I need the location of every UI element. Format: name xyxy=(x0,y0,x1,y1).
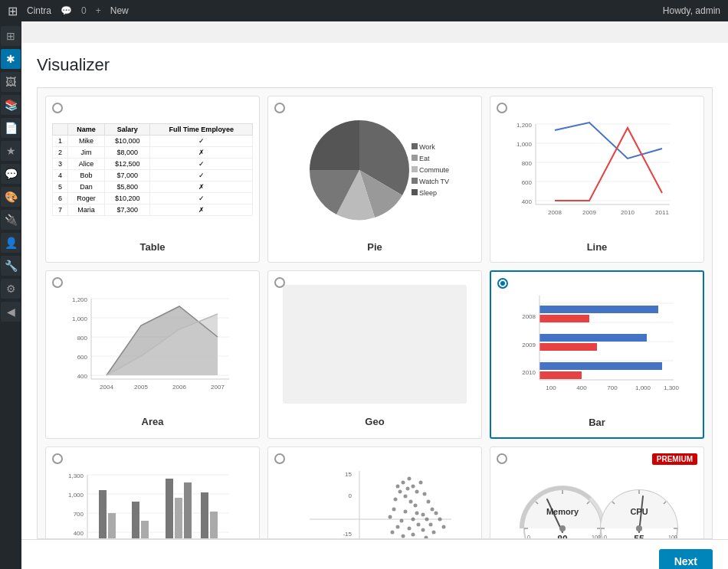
svg-point-111 xyxy=(398,489,402,493)
chart-preview-scatter: 15 0 -15 -30 -10 0 5 xyxy=(274,453,475,539)
radio-bar[interactable] xyxy=(497,278,508,289)
chart-grid-container[interactable]: Name Salary Full Time Employee 1Mike$10,… xyxy=(37,87,713,539)
svg-point-109 xyxy=(402,480,405,484)
sidebar-item-library[interactable]: 📚 xyxy=(1,95,21,115)
table-row: 5Dan$5,800✗ xyxy=(53,181,253,193)
next-button[interactable]: Next xyxy=(659,549,713,569)
chart-preview-line: 1,200 1,000 800 600 400 2008 2009 2010 2… xyxy=(497,103,697,237)
svg-point-115 xyxy=(404,494,408,498)
svg-rect-88 xyxy=(99,490,107,540)
new-link[interactable]: New xyxy=(110,5,129,16)
radio-table[interactable] xyxy=(52,103,63,113)
radio-geo[interactable] xyxy=(274,277,285,288)
chart-card-scatter[interactable]: 15 0 -15 -30 -10 0 5 xyxy=(267,446,482,539)
svg-point-145 xyxy=(432,530,436,534)
chart-card-column[interactable]: 1,300 1,000 700 400 100 2048 2049 2050 2… xyxy=(45,446,260,539)
radio-gauge[interactable] xyxy=(497,453,507,464)
site-name[interactable]: Cintra xyxy=(27,5,51,16)
svg-text:600: 600 xyxy=(522,179,533,186)
sidebar-item-pages[interactable]: 📄 xyxy=(1,118,21,138)
svg-text:55: 55 xyxy=(634,534,644,540)
chart-card-geo[interactable]: Geo xyxy=(267,270,482,439)
svg-text:2008: 2008 xyxy=(522,313,536,320)
svg-point-114 xyxy=(415,489,419,493)
chart-card-pie[interactable]: Work Eat Commute Watch TV Sleep Pie xyxy=(267,96,482,263)
chart-label-pie: Pie xyxy=(274,241,475,256)
chart-card-line[interactable]: 1,200 1,000 800 600 400 2008 2009 2010 2… xyxy=(490,96,704,263)
svg-text:Work: Work xyxy=(419,143,435,151)
svg-text:1,000: 1,000 xyxy=(72,316,88,322)
sidebar-item-users[interactable]: 👤 xyxy=(1,233,21,253)
svg-text:1,200: 1,200 xyxy=(72,296,88,303)
svg-rect-8 xyxy=(412,189,418,195)
radio-line[interactable] xyxy=(497,103,507,113)
svg-rect-2 xyxy=(412,155,418,161)
svg-rect-96 xyxy=(210,512,218,540)
chart-preview-bar: 100 400 700 1,000 1,300 2008 2009 2010 xyxy=(497,278,697,412)
svg-point-170 xyxy=(636,525,642,531)
svg-point-133 xyxy=(425,517,429,521)
svg-text:15: 15 xyxy=(345,471,352,478)
svg-point-134 xyxy=(435,511,438,515)
sidebar-item-dashboard[interactable]: ⊞ xyxy=(1,26,21,46)
wp-logo-icon: ⊞ xyxy=(8,4,18,18)
table-row: 1Mike$10,000✓ xyxy=(53,136,253,147)
chart-preview-gauge: Memory 80 0 100 xyxy=(497,453,697,539)
svg-rect-6 xyxy=(412,178,418,184)
col-name: Name xyxy=(68,124,105,136)
svg-text:400: 400 xyxy=(576,384,587,391)
sidebar-item-media[interactable]: 🖼 xyxy=(1,72,21,92)
sidebar-item-plugins[interactable]: 🔌 xyxy=(1,210,21,230)
svg-rect-0 xyxy=(412,143,418,149)
comment-icon: 💬 xyxy=(61,5,72,16)
premium-badge: PREMIUM xyxy=(652,453,697,465)
comment-count: 0 xyxy=(81,5,87,16)
svg-text:80: 80 xyxy=(557,534,568,540)
sidebar-item-collapse[interactable]: ◀ xyxy=(1,302,21,322)
svg-rect-89 xyxy=(108,513,116,540)
svg-point-146 xyxy=(442,525,446,528)
svg-point-136 xyxy=(402,534,405,538)
svg-text:Watch TV: Watch TV xyxy=(419,178,449,185)
radio-scatter[interactable] xyxy=(274,453,285,464)
svg-rect-92 xyxy=(166,479,173,540)
sidebar-item-comments[interactable]: 💬 xyxy=(1,164,21,184)
svg-point-108 xyxy=(396,484,400,488)
svg-rect-68 xyxy=(539,315,589,322)
svg-point-130 xyxy=(396,525,400,528)
svg-text:1,000: 1,000 xyxy=(516,141,533,148)
svg-rect-71 xyxy=(539,362,662,370)
svg-point-158 xyxy=(559,525,566,531)
radio-pie[interactable] xyxy=(274,103,285,113)
svg-text:1,200: 1,200 xyxy=(516,122,533,129)
svg-point-122 xyxy=(404,509,408,513)
svg-text:2004: 2004 xyxy=(100,384,113,391)
sidebar-item-settings[interactable]: ⚙ xyxy=(1,279,21,299)
chart-label-geo: Geo xyxy=(274,416,475,430)
sidebar-item-posts[interactable]: ✱ xyxy=(1,49,21,69)
chart-card-gauge[interactable]: PREMIUM xyxy=(490,446,704,539)
chart-preview-column: 1,300 1,000 700 400 100 2048 2049 2050 2… xyxy=(52,453,253,539)
chart-card-bar[interactable]: 100 400 700 1,000 1,300 2008 2009 2010 xyxy=(490,270,704,439)
main-content: Visualizer Name Salary xyxy=(21,43,728,569)
radio-area[interactable] xyxy=(52,277,63,288)
table-row: 7Maria$7,300✗ xyxy=(53,204,253,216)
svg-text:100: 100 xyxy=(546,384,556,391)
svg-text:800: 800 xyxy=(522,160,533,167)
svg-point-117 xyxy=(409,499,413,503)
svg-point-137 xyxy=(412,532,415,536)
chart-preview-area: 1,200 1,000 800 600 400 2004 2005 2006 2… xyxy=(52,277,253,411)
svg-rect-67 xyxy=(539,306,658,313)
sidebar-item-appearance[interactable]: 🎨 xyxy=(1,187,21,207)
sidebar-item-vip[interactable]: ★ xyxy=(1,141,21,161)
svg-text:2010: 2010 xyxy=(621,209,635,216)
svg-point-110 xyxy=(406,486,410,490)
chart-card-area[interactable]: 1,200 1,000 800 600 400 2004 2005 2006 2… xyxy=(45,270,260,439)
svg-point-140 xyxy=(438,517,442,521)
sidebar-item-tools[interactable]: 🔧 xyxy=(1,256,21,276)
svg-text:700: 700 xyxy=(74,511,84,518)
radio-column[interactable] xyxy=(52,453,63,464)
svg-text:-15: -15 xyxy=(343,531,352,538)
chart-card-table[interactable]: Name Salary Full Time Employee 1Mike$10,… xyxy=(45,96,260,263)
svg-text:Memory: Memory xyxy=(546,507,579,516)
